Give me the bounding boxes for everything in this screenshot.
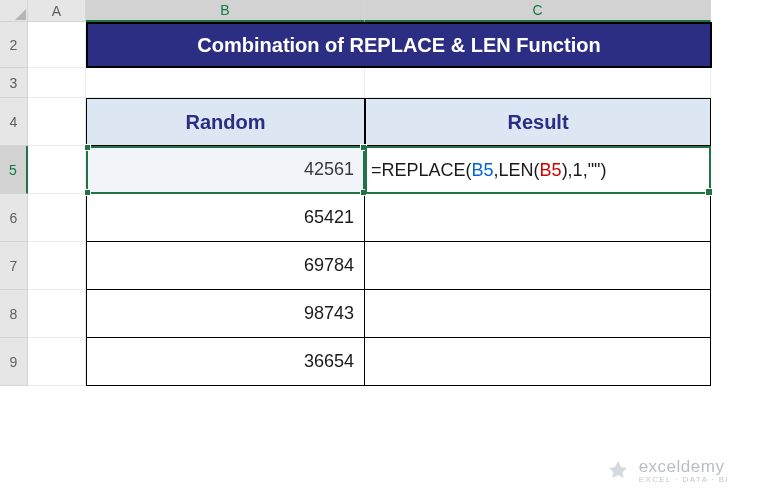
cell-a5[interactable] xyxy=(28,146,86,194)
row-header-3[interactable]: 3 xyxy=(0,68,28,98)
fill-handle[interactable] xyxy=(705,188,713,196)
watermark: exceldemy EXCEL · DATA · BI xyxy=(605,458,729,484)
cell-c3[interactable] xyxy=(365,68,711,98)
cell-a7[interactable] xyxy=(28,242,86,290)
cell-a9[interactable] xyxy=(28,338,86,386)
watermark-brand: exceldemy xyxy=(639,458,729,476)
row-header-4[interactable]: 4 xyxy=(0,98,28,146)
title-banner: Combination of REPLACE & LEN Function xyxy=(86,22,712,68)
select-all-corner[interactable] xyxy=(0,0,28,22)
cell-b9[interactable]: 36654 xyxy=(86,338,365,386)
cell-a3[interactable] xyxy=(28,68,86,98)
col-header-b[interactable]: B xyxy=(86,0,365,22)
cell-c7[interactable] xyxy=(365,242,711,290)
row-header-6[interactable]: 6 xyxy=(0,194,28,242)
cell-c9[interactable] xyxy=(365,338,711,386)
cell-b5[interactable]: 42561 xyxy=(86,146,365,194)
cell-a6[interactable] xyxy=(28,194,86,242)
cell-c6[interactable] xyxy=(365,194,711,242)
row-header-2[interactable]: 2 xyxy=(0,22,28,68)
formula-ref-b5-b: B5 xyxy=(540,160,562,181)
watermark-tagline: EXCEL · DATA · BI xyxy=(639,476,729,484)
exceldemy-logo-icon xyxy=(605,458,631,484)
cell-a8[interactable] xyxy=(28,290,86,338)
cell-a2[interactable] xyxy=(28,22,86,68)
cell-c8[interactable] xyxy=(365,290,711,338)
col-header-c[interactable]: C xyxy=(365,0,711,22)
row-header-9[interactable]: 9 xyxy=(0,338,28,386)
formula-text-mid2: ),1,"") xyxy=(562,160,607,181)
formula-ref-b5-a: B5 xyxy=(472,160,494,181)
cell-b6[interactable]: 65421 xyxy=(86,194,365,242)
header-random: Random xyxy=(86,98,365,146)
header-result: Result xyxy=(365,98,711,146)
cell-b3[interactable] xyxy=(86,68,365,98)
formula-text-mid1: ,LEN( xyxy=(494,160,540,181)
cell-a4[interactable] xyxy=(28,98,86,146)
row-header-8[interactable]: 8 xyxy=(0,290,28,338)
row-header-7[interactable]: 7 xyxy=(0,242,28,290)
formula-editor-c5[interactable]: =REPLACE(B5,LEN(B5),1,"") xyxy=(365,146,711,194)
formula-text-prefix: =REPLACE( xyxy=(371,160,472,181)
row-header-5[interactable]: 5 xyxy=(0,146,28,194)
cell-b8[interactable]: 98743 xyxy=(86,290,365,338)
cell-b7[interactable]: 69784 xyxy=(86,242,365,290)
col-header-a[interactable]: A xyxy=(28,0,86,22)
